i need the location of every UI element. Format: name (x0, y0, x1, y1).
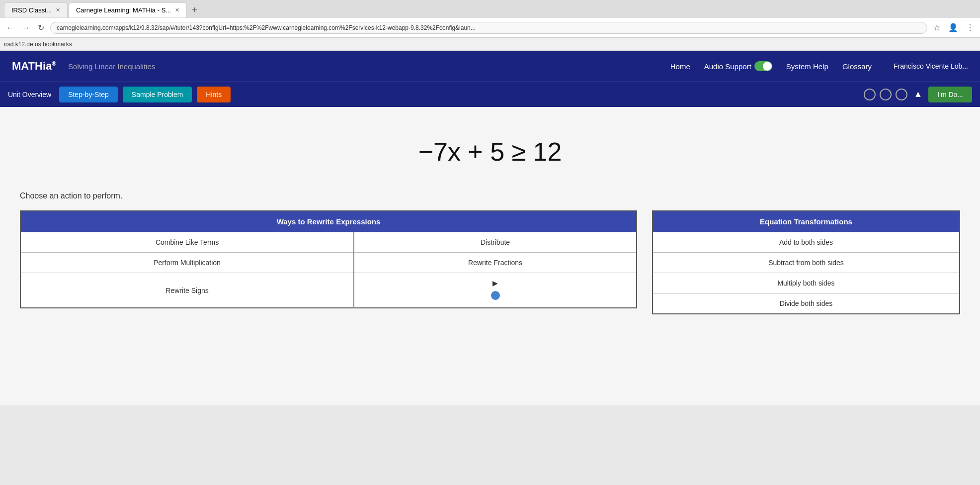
reload-button[interactable]: ↻ (36, 23, 46, 32)
audio-support-label: Audio Support (704, 62, 751, 71)
eq-table-header: Equation Transformations (653, 211, 960, 232)
progress-circle-2 (880, 89, 892, 100)
ways-cell-combine-like-terms[interactable]: Combine Like Terms (20, 232, 354, 253)
ways-table: Ways to Rewrite Expressions Combine Like… (20, 210, 637, 308)
main-content: −7x + 5 ≥ 12 Choose an action to perform… (0, 107, 980, 405)
eq-cell-subtract[interactable]: Subtract from both sides (653, 253, 960, 273)
cursor-icon: ▶ (492, 279, 498, 287)
bookmark-button[interactable]: ☆ (931, 23, 942, 32)
sample-problem-button[interactable]: Sample Problem (123, 87, 192, 102)
audio-support-control[interactable]: Audio Support (704, 61, 772, 71)
logo-text: MATHia (12, 60, 52, 72)
new-tab-button[interactable]: + (188, 5, 201, 15)
ways-cell-perform-multiplication[interactable]: Perform Multiplication (20, 253, 354, 273)
table-row: Add to both sides (653, 232, 960, 253)
header-nav: Home Audio Support System Help Glossary … (670, 61, 968, 71)
ways-cell-rewrite-signs[interactable]: Rewrite Signs (20, 273, 354, 308)
progress-circle-1 (864, 89, 876, 100)
hints-button[interactable]: Hints (197, 87, 231, 102)
table-row: Perform Multiplication Rewrite Fractions (20, 253, 637, 273)
progress-circle-3 (896, 89, 907, 100)
step-by-step-button[interactable]: Step-by-Step (59, 87, 118, 102)
ways-table-header: Ways to Rewrite Expressions (20, 211, 637, 232)
scroll-indicator (491, 291, 500, 300)
menu-button[interactable]: ⋮ (964, 23, 976, 32)
forward-button[interactable]: → (20, 23, 32, 32)
app-logo: MATHia® (12, 60, 56, 73)
address-bar[interactable] (50, 22, 927, 34)
table-row: Combine Like Terms Distribute (20, 232, 637, 253)
tab-irsd-label: IRSD Classi... (11, 6, 52, 14)
audio-toggle-knob (763, 62, 772, 71)
bookmarks-label: irsd.k12.de.us bookmarks (4, 41, 72, 48)
tab-mathia-close[interactable]: ✕ (175, 7, 179, 13)
toolbar: Unit Overview Step-by-Step Sample Proble… (0, 81, 980, 107)
tab-irsd[interactable]: IRSD Classi... ✕ (4, 2, 68, 17)
tables-container: Ways to Rewrite Expressions Combine Like… (20, 210, 960, 314)
ways-cell-rewrite-fractions[interactable]: Rewrite Fractions (354, 253, 637, 273)
tab-bar: IRSD Classi... ✕ Carnegie Learning: MATH… (0, 0, 980, 18)
bookmarks-bar: irsd.k12.de.us bookmarks (0, 38, 980, 51)
table-row: Divide both sides (653, 293, 960, 314)
ways-table-section: Ways to Rewrite Expressions Combine Like… (20, 210, 637, 308)
eq-cell-divide[interactable]: Divide both sides (653, 293, 960, 314)
profile-button[interactable]: 👤 (946, 23, 960, 32)
ways-cell-distribute[interactable]: Distribute (354, 232, 637, 253)
logo-sup: ® (52, 60, 56, 67)
back-button[interactable]: ← (4, 23, 16, 32)
user-name: Francisco Vicente Lob... (894, 62, 968, 70)
progress-circles (864, 89, 907, 100)
tab-mathia-label: Carnegie Learning: MATHia - S... (76, 6, 171, 14)
equation-display: −7x + 5 ≥ 12 (20, 137, 960, 167)
app-subtitle: Solving Linear Inequalities (68, 62, 670, 71)
eq-table: Equation Transformations Add to both sid… (652, 210, 960, 314)
instruction-text: Choose an action to perform. (20, 192, 960, 200)
audio-toggle[interactable] (754, 61, 772, 71)
chevron-up-icon[interactable]: ▲ (913, 89, 922, 99)
toolbar-right: ▲ I'm Do... (864, 87, 972, 102)
eq-table-section: Equation Transformations Add to both sid… (652, 210, 960, 314)
table-row: Rewrite Signs ▶ (20, 273, 637, 308)
unit-overview-link[interactable]: Unit Overview (8, 91, 51, 98)
im-done-button[interactable]: I'm Do... (928, 87, 972, 102)
eq-cell-add[interactable]: Add to both sides (653, 232, 960, 253)
ways-cell-empty: ▶ (354, 273, 637, 308)
app-header: MATHia® Solving Linear Inequalities Home… (0, 51, 980, 81)
glossary-link[interactable]: Glossary (842, 62, 872, 71)
system-help-link[interactable]: System Help (786, 62, 828, 71)
home-link[interactable]: Home (670, 62, 690, 71)
table-row: Subtract from both sides (653, 253, 960, 273)
cursor-area: ▶ (362, 279, 628, 301)
eq-cell-multiply[interactable]: Multiply both sides (653, 273, 960, 293)
tab-irsd-close[interactable]: ✕ (56, 7, 60, 13)
tab-mathia[interactable]: Carnegie Learning: MATHia - S... ✕ (69, 2, 187, 17)
address-bar-row: ← → ↻ ☆ 👤 ⋮ (0, 18, 980, 38)
table-row: Multiply both sides (653, 273, 960, 293)
browser-chrome: IRSD Classi... ✕ Carnegie Learning: MATH… (0, 0, 980, 51)
